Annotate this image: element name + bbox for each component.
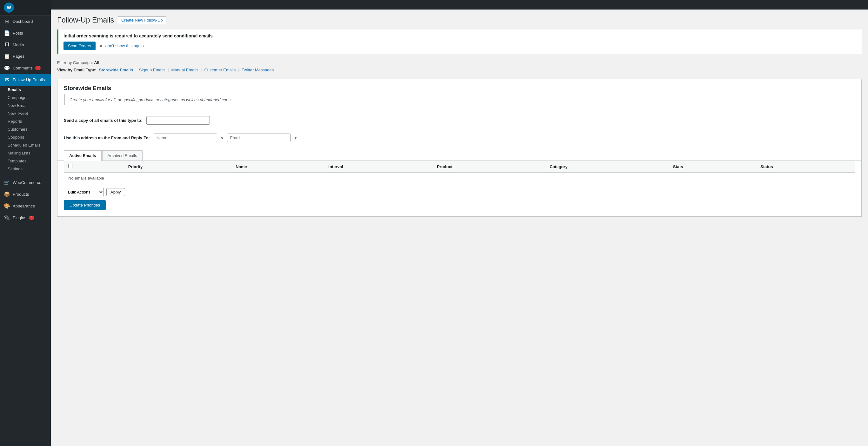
email-type-storewide[interactable]: Storewide Emails bbox=[99, 68, 133, 72]
from-email-input[interactable] bbox=[227, 134, 290, 142]
col-status: Status bbox=[756, 161, 855, 173]
tab-active-emails[interactable]: Active Emails bbox=[64, 150, 102, 161]
sidebar-item-comments[interactable]: 💬 Comments 1 bbox=[0, 62, 51, 74]
sidebar: W ⊞ Dashboard 📄 Posts 🖼 Media 📋 Pages 💬 … bbox=[0, 0, 51, 446]
notice-message: Initial order scanning is required to ac… bbox=[63, 33, 857, 38]
media-icon: 🖼 bbox=[4, 42, 10, 47]
sidebar-item-appearance[interactable]: 🎨 Appearance bbox=[0, 200, 51, 212]
submenu-new-email[interactable]: New Email bbox=[0, 102, 51, 109]
select-all-checkbox[interactable] bbox=[68, 164, 72, 168]
sidebar-item-follow-up-emails[interactable]: ✉ Follow-Up Emails bbox=[0, 74, 51, 85]
section-title: Storewide Emails bbox=[58, 80, 861, 94]
description-block: Create your emails for all, or specific,… bbox=[64, 94, 855, 105]
submenu-templates[interactable]: Templates bbox=[0, 157, 51, 165]
sidebar-item-posts[interactable]: 📄 Posts bbox=[0, 27, 51, 39]
col-interval: Interval bbox=[324, 161, 432, 173]
sidebar-item-pages[interactable]: 📋 Pages bbox=[0, 50, 51, 62]
sidebar-item-label: Comments bbox=[13, 66, 33, 70]
emails-table: Priority Name Interval Product Category … bbox=[64, 161, 855, 184]
page-title: Follow-Up Emails bbox=[57, 16, 114, 25]
col-category: Category bbox=[545, 161, 668, 173]
filter-label: Filter by Campaign: bbox=[57, 60, 93, 65]
tab-archived-emails[interactable]: Archived Emails bbox=[102, 150, 143, 161]
copy-emails-input[interactable] bbox=[146, 116, 210, 125]
submenu-campaigns-label: Campaigns bbox=[8, 95, 29, 100]
description-text: Create your emails for all, or specific,… bbox=[69, 97, 232, 102]
plugins-icon: 🔌 bbox=[4, 215, 10, 221]
submenu-scheduled-emails[interactable]: Scheduled Emails bbox=[0, 141, 51, 149]
submenu-mailing-lists[interactable]: Mailing Lists bbox=[0, 149, 51, 157]
submenu-mailing-lists-label: Mailing Lists bbox=[8, 151, 30, 156]
email-type-twitter[interactable]: Twitter Messages bbox=[242, 68, 274, 72]
table-area: Priority Name Interval Product Category … bbox=[58, 161, 861, 184]
page-header: Follow-Up Emails Create New Follow-Up bbox=[57, 16, 862, 25]
submenu-coupons[interactable]: Coupons bbox=[0, 133, 51, 141]
sidebar-item-label: Pages bbox=[13, 54, 25, 59]
notice-banner: Initial order scanning is required to ac… bbox=[57, 30, 862, 54]
copy-emails-label: Send a copy of all emails of this type t… bbox=[64, 118, 143, 123]
sidebar-item-woocommerce[interactable]: 🛒 WooCommerce bbox=[0, 177, 51, 188]
col-priority: Priority bbox=[124, 161, 231, 173]
sidebar-item-label: Plugins bbox=[13, 215, 26, 220]
col-checkbox bbox=[64, 161, 124, 173]
submenu-coupons-label: Coupons bbox=[8, 135, 24, 140]
submenu-customers-label: Customers bbox=[8, 127, 28, 132]
sidebar-item-products[interactable]: 📦 Products bbox=[0, 188, 51, 200]
filter-value: All bbox=[94, 60, 99, 65]
table-header-row: Priority Name Interval Product Category … bbox=[64, 161, 855, 173]
submenu-settings[interactable]: Settings bbox=[0, 165, 51, 173]
appearance-icon: 🎨 bbox=[4, 203, 10, 209]
col-name: Name bbox=[231, 161, 324, 173]
main-content: Follow-Up Emails Create New Follow-Up In… bbox=[51, 0, 868, 446]
bulk-actions-row: Bulk Actions Apply bbox=[58, 184, 861, 200]
scan-orders-button[interactable]: Scan Orders bbox=[63, 41, 96, 50]
notice-or-text: or bbox=[99, 43, 102, 48]
sidebar-logo: W bbox=[0, 0, 51, 15]
posts-icon: 📄 bbox=[4, 30, 10, 36]
col-stats: Stats bbox=[669, 161, 756, 173]
email-type-manual[interactable]: Manual Emails bbox=[171, 68, 198, 72]
submenu-campaigns[interactable]: Campaigns bbox=[0, 94, 51, 102]
from-reply-row: Use this address as the From and Reply-T… bbox=[58, 129, 861, 146]
bulk-actions-select[interactable]: Bulk Actions bbox=[64, 188, 104, 196]
apply-button[interactable]: Apply bbox=[106, 188, 125, 196]
email-type-customer[interactable]: Customer Emails bbox=[204, 68, 236, 72]
dashboard-icon: ⊞ bbox=[4, 19, 10, 25]
sidebar-item-label: Products bbox=[13, 192, 29, 197]
dont-show-link[interactable]: don't show this again bbox=[105, 43, 144, 48]
sidebar-item-label: WooCommerce bbox=[13, 180, 41, 185]
products-icon: 📦 bbox=[4, 191, 10, 197]
table-empty-row: No emails available bbox=[64, 173, 855, 184]
sidebar-item-dashboard[interactable]: ⊞ Dashboard bbox=[0, 15, 51, 27]
sidebar-item-label: Posts bbox=[13, 31, 23, 36]
submenu-reports-label: Reports bbox=[8, 119, 22, 124]
from-reply-label: Use this address as the From and Reply-T… bbox=[64, 135, 150, 140]
submenu-customers[interactable]: Customers bbox=[0, 125, 51, 133]
comments-badge: 1 bbox=[35, 66, 41, 70]
wordpress-icon: W bbox=[4, 3, 14, 13]
sidebar-item-media[interactable]: 🖼 Media bbox=[0, 39, 51, 50]
copy-emails-row: Send a copy of all emails of this type t… bbox=[58, 112, 861, 129]
tabs-row: Active Emails Archived Emails bbox=[58, 146, 861, 161]
from-name-input[interactable] bbox=[154, 134, 217, 142]
email-icon: ✉ bbox=[4, 77, 10, 83]
filter-row: Filter by Campaign: All bbox=[57, 60, 862, 65]
notice-actions: Scan Orders or don't show this again bbox=[63, 41, 857, 50]
submenu-new-tweet[interactable]: New Tweet bbox=[0, 109, 51, 117]
content-card: Storewide Emails Create your emails for … bbox=[57, 79, 862, 217]
create-new-follow-up-button[interactable]: Create New Follow-Up bbox=[118, 16, 166, 24]
submenu-new-email-label: New Email bbox=[8, 103, 27, 108]
submenu-emails[interactable]: Emails bbox=[0, 85, 51, 94]
submenu-new-tweet-label: New Tweet bbox=[8, 111, 28, 116]
submenu-reports[interactable]: Reports bbox=[0, 117, 51, 125]
sidebar-item-plugins[interactable]: 🔌 Plugins 4 bbox=[0, 212, 51, 224]
submenu-scheduled-emails-label: Scheduled Emails bbox=[8, 143, 41, 147]
submenu-settings-label: Settings bbox=[8, 167, 23, 171]
update-priorities-button[interactable]: Update Priorities bbox=[64, 200, 106, 210]
email-type-signup[interactable]: Signup Emails bbox=[139, 68, 165, 72]
sidebar-item-label: Follow-Up Emails bbox=[13, 77, 45, 82]
pages-icon: 📋 bbox=[4, 53, 10, 59]
plugins-badge: 4 bbox=[29, 216, 35, 220]
woocommerce-icon: 🛒 bbox=[4, 179, 10, 185]
sidebar-item-label: Dashboard bbox=[13, 19, 33, 24]
